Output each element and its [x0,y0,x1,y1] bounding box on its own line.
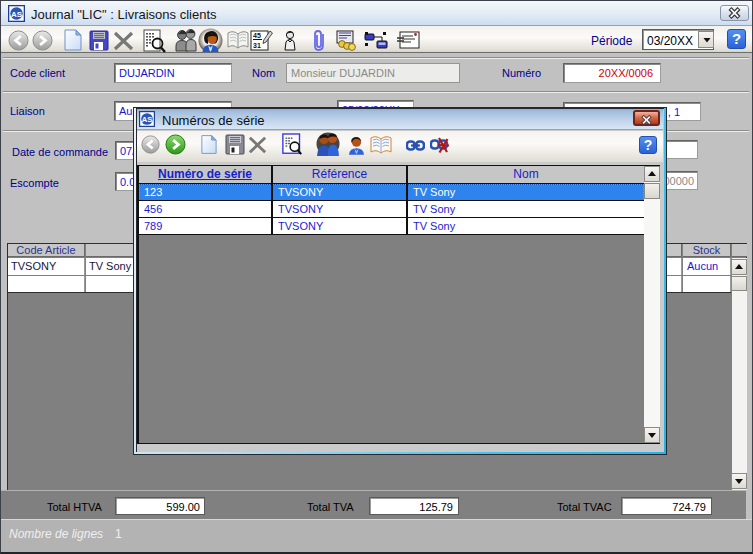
svg-text:AS: AS [11,10,23,19]
svg-text:45: 45 [253,32,261,39]
svg-text:AS: AS [142,115,152,124]
svg-text:31: 31 [253,42,261,49]
